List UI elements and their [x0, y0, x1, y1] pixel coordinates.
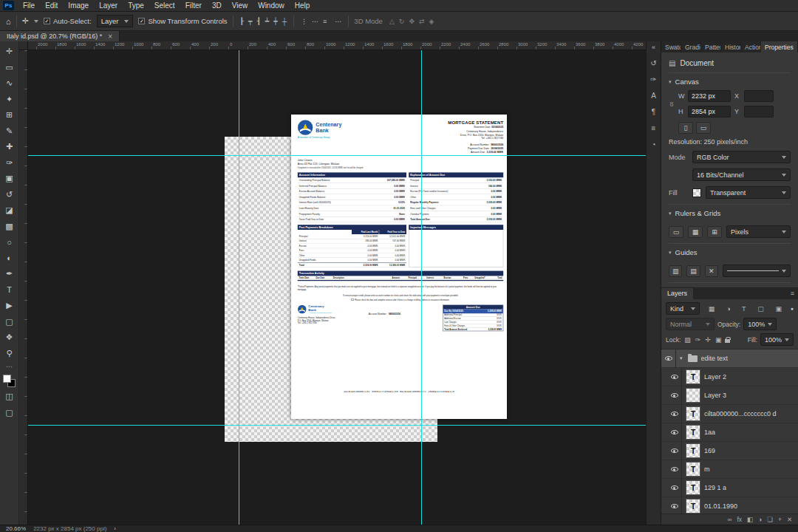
layer-row[interactable]: TLayer 2 [661, 368, 798, 386]
lasso-tool[interactable]: ∿ [1, 75, 18, 92]
canvas-section-header[interactable]: ▾ Canvas [669, 72, 791, 89]
text-layer-thumbnail[interactable]: T [686, 462, 700, 477]
vertical-ruler[interactable] [19, 41, 28, 525]
layer-row[interactable]: Tcilta000000...ccccccc0 d [661, 405, 798, 423]
menu-help[interactable]: Help [290, 0, 316, 11]
layer-row[interactable]: Layer 3 [661, 386, 798, 405]
canvas-x-field[interactable] [744, 90, 774, 102]
new-layer-icon[interactable]: + [778, 516, 782, 523]
panel-tab-gradients[interactable]: Gradients [681, 41, 701, 52]
close-tab-icon[interactable]: × [108, 33, 112, 41]
text-layer-thumbnail[interactable]: T [686, 425, 700, 440]
menu-type[interactable]: Type [123, 0, 149, 11]
color-swatches[interactable] [3, 375, 16, 387]
horizontal-ruler[interactable]: 2000180016001400120010008006004002000200… [28, 41, 646, 50]
layer-visibility-toggle[interactable] [671, 504, 678, 508]
distribute-icon[interactable]: ≡ [321, 18, 328, 25]
layer-filter-icon[interactable]: ▦ [709, 305, 715, 313]
shape-tool[interactable]: ▢ [1, 314, 18, 330]
menu-window[interactable]: Window [253, 0, 290, 11]
canvas-width-field[interactable]: 2232 px [688, 90, 731, 102]
layer-filter-dropdown[interactable]: Kind [666, 302, 700, 315]
layer-row[interactable]: Tm [661, 460, 798, 479]
zoom-tool[interactable]: ⚲ [1, 346, 18, 362]
align-icon[interactable]: ┨ [255, 18, 262, 25]
3d-mode-icon[interactable]: ⇄ [417, 18, 426, 25]
menu-filter[interactable]: Filter [180, 0, 207, 11]
lock-transparency-icon[interactable]: ▨ [683, 336, 692, 344]
character-panel-icon[interactable]: A [651, 92, 656, 100]
fill-transparency-swatch[interactable] [692, 188, 701, 197]
canvas-y-field[interactable] [744, 106, 774, 117]
menu-layer[interactable]: Layer [94, 0, 123, 11]
3d-mode-icon[interactable]: ◈ [427, 18, 435, 25]
align-icon[interactable]: ┼ [281, 18, 288, 25]
lock-pixels-icon[interactable]: ✑ [695, 336, 702, 344]
history-brush-tool[interactable]: ↺ [1, 187, 18, 203]
foreground-color-swatch[interactable] [3, 375, 11, 383]
panel-tab-patterns[interactable]: Patterns [701, 41, 721, 52]
layer-mask-icon[interactable]: ◧ [747, 516, 753, 523]
auto-select-target-dropdown[interactable]: Layer [97, 15, 134, 27]
align-icon[interactable]: ┯ [247, 18, 253, 25]
panel-tab-history[interactable]: History [721, 41, 741, 52]
lock-position-icon[interactable]: ✛ [704, 336, 712, 344]
eraser-tool[interactable]: ◪ [1, 202, 18, 219]
layer-visibility-toggle[interactable] [671, 467, 678, 471]
group-expand-caret[interactable]: ▾ [680, 355, 683, 361]
3d-mode-icon[interactable]: ✥ [407, 18, 416, 25]
text-layer-thumbnail[interactable]: T [686, 499, 700, 514]
toggle-guides-icon[interactable]: ▥ [669, 265, 682, 277]
lock-artboard-icon[interactable]: ▣ [715, 336, 723, 344]
type-tool[interactable]: T [1, 282, 18, 299]
panel-tab-properties[interactable]: Properties [761, 41, 798, 52]
layer-row[interactable]: ▾edite text [661, 349, 798, 368]
blend-mode-dropdown[interactable]: Normal [666, 318, 715, 330]
libraries-panel-icon[interactable]: ≡ [652, 124, 656, 132]
quick-selection-tool[interactable]: ✦ [1, 92, 18, 108]
edit-toolbar-icon[interactable]: ⋯ [6, 363, 13, 370]
toggle-grid-icon[interactable]: ▦ [688, 226, 703, 238]
status-chevron-icon[interactable]: › [114, 525, 116, 532]
menu-view[interactable]: View [227, 0, 253, 11]
pixel-layer-thumbnail[interactable] [686, 388, 700, 403]
units-dropdown[interactable]: Pixels [726, 225, 791, 238]
toggle-pixel-grid-icon[interactable]: ⊞ [707, 226, 722, 238]
vertical-guide[interactable] [421, 50, 422, 525]
3d-mode-icon[interactable]: △ [388, 18, 396, 25]
bit-depth-dropdown[interactable]: 16 Bits/Channel [692, 168, 791, 181]
opacity-dropdown[interactable]: 100% [743, 318, 777, 330]
preset-caret-icon[interactable] [34, 20, 38, 23]
brushes-panel-icon[interactable]: ✑ [650, 75, 656, 83]
text-layer-thumbnail[interactable]: T [686, 480, 700, 495]
text-layer-thumbnail[interactable]: T [686, 369, 700, 384]
more-align-options-icon[interactable]: ⋯ [333, 18, 343, 25]
layer-visibility-toggle[interactable] [671, 412, 678, 416]
align-icon[interactable]: ┿ [272, 18, 279, 25]
fill-opacity-dropdown[interactable]: 100% [760, 333, 794, 346]
pen-tool[interactable]: ✒ [1, 266, 18, 282]
layer-visibility-toggle[interactable] [671, 485, 678, 490]
menu-file[interactable]: File [18, 0, 40, 11]
layer-visibility-toggle[interactable] [665, 356, 672, 361]
menu-image[interactable]: Image [63, 0, 94, 11]
menu-edit[interactable]: Edit [40, 0, 63, 11]
canvas-window[interactable]: 2000180016001400120010008006004002000200… [19, 41, 646, 525]
3d-mode-icon[interactable]: ↻ [398, 18, 406, 25]
rulers-grids-section-header[interactable]: ▾ Rulers & Grids [669, 204, 791, 220]
fill-dropdown[interactable]: Transparent [706, 186, 791, 199]
marquee-tool[interactable]: ▭ [1, 60, 18, 76]
link-dimensions-icon[interactable]: 8 [669, 100, 675, 108]
align-icon[interactable]: ┠ [239, 18, 245, 25]
path-selection-tool[interactable]: ▶ [1, 298, 18, 314]
document-tab[interactable]: Italy id.psd @ 20.7% (RGB/16) * × [0, 31, 120, 41]
guides-section-header[interactable]: ▾ Guides [669, 243, 791, 259]
layer-filter-icon[interactable]: T [742, 305, 746, 313]
layers-tab[interactable]: Layers [661, 288, 693, 299]
dodge-tool[interactable]: ◐ [1, 250, 18, 267]
eyedropper-tool[interactable]: ✎ [1, 123, 18, 140]
move-tool-preset-icon[interactable]: ✛ [22, 16, 29, 26]
move-tool[interactable]: ✛ [1, 44, 18, 60]
auto-select-checkbox[interactable]: ✓ Auto-Select: [44, 17, 92, 25]
adjustment-layer-icon[interactable]: ◑ [758, 516, 762, 523]
